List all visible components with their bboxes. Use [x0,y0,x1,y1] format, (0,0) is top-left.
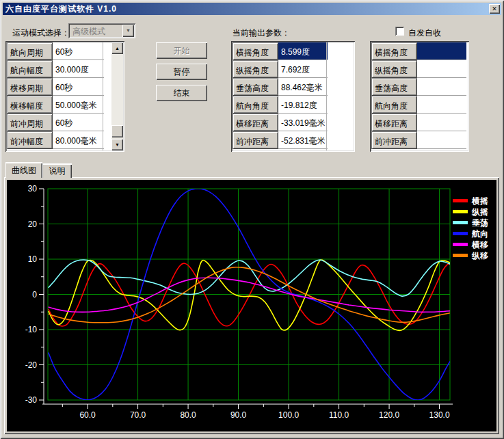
output-row-header[interactable]: 航向角度 [233,96,278,114]
svg-text:垂荡: 垂荡 [472,218,488,228]
output-row-header[interactable]: 前冲距离 [233,131,278,149]
motion-mode-select[interactable]: 高级模式 ▼ [68,23,135,38]
scroll-up-button[interactable]: ▲ [111,42,123,54]
param-row-header[interactable]: 横移周期 [7,78,53,96]
table-row: 航向周期60秒 [7,42,126,60]
chart-area: 60.070.080.090.0100.0110.0120.0130.0-30-… [7,180,496,431]
column-divider [103,42,103,150]
window-title: 六自由度平台测试软件 V1.0 [3,3,117,15]
output-row-value[interactable]: -52.831毫米 [278,131,328,149]
svg-text:0: 0 [32,290,37,300]
start-button[interactable]: 开始 [156,42,207,59]
svg-text:70.0: 70.0 [130,410,146,420]
app-window: 六自由度平台测试软件 V1.0 ✕ 运动模式选择： 高级模式 ▼ 航向周期60秒… [0,0,504,439]
output-row-header[interactable]: 横摇角度 [233,42,278,60]
close-button[interactable]: ✕ [489,4,500,14]
receive-row-header[interactable]: 前冲距离 [371,131,417,149]
receive-row-value[interactable] [417,131,466,149]
svg-text:110.0: 110.0 [329,410,349,420]
svg-text:100.0: 100.0 [278,410,299,420]
param-row-header[interactable]: 横移幅度 [7,96,53,114]
output-row-value[interactable]: -33.019毫米 [278,114,328,131]
output-params-table: 横摇角度8.599度 纵摇角度7.692度 垂荡高度88.462毫米 航向角度-… [231,41,355,152]
svg-text:-20: -20 [25,360,38,370]
table-row: 纵摇角度7.692度 [233,60,356,78]
svg-text:30: 30 [28,184,38,194]
svg-text:120.0: 120.0 [379,410,399,420]
receive-row-value[interactable] [417,114,466,131]
table-row: 横摇角度8.599度 [233,42,356,60]
table-row: 横移距离 [371,114,470,131]
receive-row-value[interactable] [417,96,466,114]
receive-row-header[interactable]: 横移距离 [371,114,417,131]
table-row: 纵摇角度 [371,60,470,78]
tab-help[interactable]: 说明 [42,163,72,178]
table-row: 航向幅度30.000度 [7,60,126,78]
param-row-header[interactable]: 前冲周期 [7,114,53,131]
table-row: 横摇角度 [371,42,470,60]
param-row-header[interactable]: 航向幅度 [7,60,53,78]
receive-row-header[interactable]: 横摇角度 [371,42,417,60]
scroll-down-button[interactable]: ▼ [111,139,123,150]
svg-text:-30: -30 [25,395,38,405]
motion-mode-label: 运动模式选择： [12,27,70,39]
param-row-value[interactable]: 80.000毫米 [53,131,104,149]
svg-text:纵摇: 纵摇 [471,207,488,217]
loopback-checkbox[interactable] [395,27,404,36]
param-row-value[interactable]: 60秒 [53,114,104,131]
svg-text:80.0: 80.0 [180,410,196,420]
table-row: 前冲距离-52.831毫米 [233,131,356,149]
param-row-header[interactable]: 航向周期 [7,42,53,60]
output-row-header[interactable]: 横移距离 [233,114,278,131]
close-icon: ✕ [492,5,497,12]
svg-text:20: 20 [28,220,38,229]
table-row: 垂荡高度 [371,78,470,96]
svg-text:130.0: 130.0 [429,410,450,420]
receive-row-header[interactable]: 垂荡高度 [371,78,417,96]
receive-params-table: 横摇角度 纵摇角度 垂荡高度 航向角度 横移距离 前冲距离 [370,41,469,152]
output-row-value[interactable]: 7.692度 [278,60,328,78]
loopback-label: 自发自收 [408,27,441,39]
table-row: 垂荡高度88.462毫米 [233,78,356,96]
output-row-value[interactable]: 8.599度 [278,42,328,60]
table-row: 前冲周期60秒 [7,114,126,131]
table-row: 横移周期60秒 [7,78,126,96]
table-row: 前冲幅度80.000毫米 [7,131,126,149]
svg-text:横移: 横移 [471,240,488,250]
output-params-label: 当前输出参数： [233,27,290,39]
tab-curve[interactable]: 曲线图 [5,162,42,178]
motion-mode-value: 高级模式 [72,26,105,38]
output-row-header[interactable]: 垂荡高度 [233,78,278,96]
output-row-header[interactable]: 纵摇角度 [233,60,278,78]
svg-text:纵移: 纵移 [471,251,488,261]
receive-row-value[interactable] [417,78,466,96]
table-row: 前冲距离 [371,131,470,149]
param-row-value[interactable]: 60秒 [53,42,104,60]
receive-row-value[interactable] [417,60,466,78]
arrow-down-icon: ▼ [115,142,120,147]
table-row: 航向角度-19.812度 [233,96,356,114]
curve-chart: 60.070.080.090.0100.0110.0120.0130.0-30-… [7,180,496,431]
svg-text:-10: -10 [25,325,38,334]
stop-button[interactable]: 结束 [156,85,207,101]
output-row-value[interactable]: -19.812度 [278,96,328,114]
receive-row-value[interactable] [417,42,466,60]
param-row-value[interactable]: 30.000度 [53,60,104,78]
motion-params-table: 航向周期60秒 航向幅度30.000度 横移周期60秒 横移幅度50.000毫米… [5,41,124,152]
param-row-header[interactable]: 前冲幅度 [7,131,53,149]
params-scrollbar[interactable]: ▲ ▼ [111,42,123,150]
receive-row-header[interactable]: 纵摇角度 [371,60,417,78]
table-row: 航向角度 [371,96,470,114]
receive-row-header[interactable]: 航向角度 [371,96,417,114]
param-row-value[interactable]: 50.000毫米 [53,96,104,114]
arrow-up-icon: ▲ [115,46,120,51]
output-row-value[interactable]: 88.462毫米 [278,78,328,96]
svg-text:航向: 航向 [471,229,488,239]
table-row: 横移幅度50.000毫米 [7,96,126,114]
pause-button[interactable]: 暂停 [156,64,207,80]
svg-text:10: 10 [28,254,38,264]
param-row-value[interactable]: 60秒 [53,78,104,96]
column-divider [326,42,327,150]
scroll-thumb[interactable] [111,125,123,137]
svg-text:横摇: 横摇 [471,196,488,206]
